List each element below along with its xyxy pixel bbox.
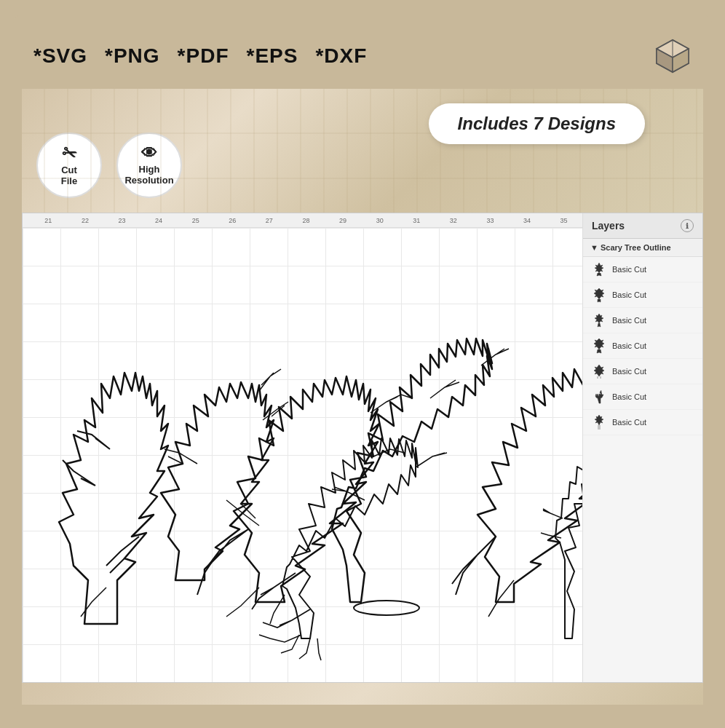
ruler-27: 27 <box>251 217 288 224</box>
layer-item-2[interactable]: Basic Cut <box>583 282 702 308</box>
ruler-31: 31 <box>398 217 435 224</box>
tree-2 <box>161 369 288 580</box>
layers-panel: Layers ℹ ▼ Scary Tree Outline Basic Cut <box>582 213 702 682</box>
layers-info-button[interactable]: ℹ <box>681 219 694 232</box>
ruler-21: 21 <box>30 217 67 224</box>
3d-box-icon <box>654 37 692 75</box>
layer-thumb-3 <box>590 312 608 329</box>
format-pdf: *PDF <box>178 44 229 68</box>
ruler-32: 32 <box>435 217 472 224</box>
tree-7 <box>541 376 582 638</box>
trees-container <box>23 228 582 682</box>
tree-6 <box>252 438 447 660</box>
layer-item-4[interactable]: Basic Cut <box>583 333 702 359</box>
eye-icon: 👁 <box>141 144 157 163</box>
tree-4 <box>332 339 509 615</box>
format-svg: *SVG <box>33 44 87 68</box>
outer-frame: *SVG *PNG *PDF *EPS *DXF Includes 7 Desi… <box>13 15 712 713</box>
cut-file-label: CutFile <box>61 165 77 187</box>
layer-label-5: Basic Cut <box>612 367 646 376</box>
high-res-label: HighResolution <box>124 164 173 186</box>
tree-1 <box>59 373 168 624</box>
layer-label-4: Basic Cut <box>612 341 646 350</box>
layers-title: Layers <box>592 220 625 232</box>
ruler-23: 23 <box>103 217 140 224</box>
ruler-22: 22 <box>67 217 104 224</box>
includes-badge: Includes 7 Designs <box>429 103 645 144</box>
ruler-28: 28 <box>288 217 325 224</box>
format-eps: *EPS <box>247 44 298 68</box>
ruler-25: 25 <box>177 217 214 224</box>
ruler-numbers: 21 22 23 24 25 26 27 28 29 30 31 32 33 3… <box>23 217 582 224</box>
ruler-24: 24 <box>140 217 178 224</box>
tree-5 <box>452 368 582 617</box>
layer-thumb-2 <box>590 286 608 304</box>
layer-group-header[interactable]: ▼ Scary Tree Outline <box>583 239 702 257</box>
top-banner: *SVG *PNG *PDF *EPS *DXF <box>22 23 703 89</box>
layer-item-5[interactable]: Basic Cut <box>583 359 702 384</box>
layer-label-1: Basic Cut <box>612 265 646 274</box>
format-labels: *SVG *PNG *PDF *EPS *DXF <box>33 44 367 68</box>
ruler-34: 34 <box>509 217 546 224</box>
format-png: *PNG <box>105 44 160 68</box>
bottom-strip <box>22 683 703 705</box>
ruler-29: 29 <box>325 217 362 224</box>
layers-header: Layers ℹ <box>583 213 702 239</box>
ruler-33: 33 <box>472 217 509 224</box>
layer-thumb-6 <box>590 388 608 405</box>
layer-item-6[interactable]: Basic Cut <box>583 384 702 410</box>
badges-row: ✂ CutFile 👁 HighResolution <box>22 132 197 198</box>
ruler-30: 30 <box>361 217 398 224</box>
main-content: 21 22 23 24 25 26 27 28 29 30 31 32 33 3… <box>22 213 703 683</box>
layer-thumb-5 <box>590 363 608 380</box>
layer-thumb-4 <box>590 337 608 355</box>
layer-label-3: Basic Cut <box>612 316 646 325</box>
layer-label-6: Basic Cut <box>612 392 646 401</box>
high-res-badge: 👁 HighResolution <box>116 132 182 198</box>
scissors-icon: ✂ <box>59 141 80 166</box>
layer-item-3[interactable]: Basic Cut <box>583 308 702 333</box>
trees-svg <box>37 231 582 653</box>
layer-label-7: Basic Cut <box>612 418 646 427</box>
wood-section: Includes 7 Designs ✂ CutFile 👁 HighResol… <box>22 89 703 213</box>
cut-file-badge: ✂ CutFile <box>36 132 102 198</box>
ruler-35: 35 <box>545 217 582 224</box>
layer-label-2: Basic Cut <box>612 290 646 299</box>
layer-item-7[interactable]: Basic Cut <box>583 410 702 435</box>
svg-point-5 <box>354 601 419 615</box>
layer-thumb-7 <box>590 414 608 431</box>
layer-thumb-1 <box>590 261 608 278</box>
format-dxf: *DXF <box>315 44 367 68</box>
canvas-area: 21 22 23 24 25 26 27 28 29 30 31 32 33 3… <box>23 213 582 682</box>
ruler-26: 26 <box>214 217 251 224</box>
layer-item-1[interactable]: Basic Cut <box>583 257 702 282</box>
ruler-top: 21 22 23 24 25 26 27 28 29 30 31 32 33 3… <box>23 213 582 228</box>
layer-group-name: ▼ Scary Tree Outline <box>590 243 671 252</box>
